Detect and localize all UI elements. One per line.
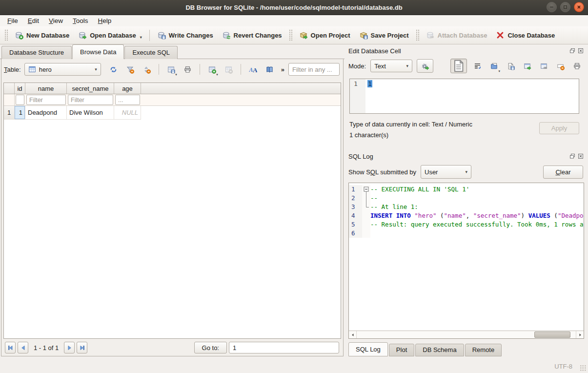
set-null-button[interactable]	[554, 60, 567, 72]
revert-changes-button[interactable]: Revert Changes	[218, 29, 286, 41]
export-file-button[interactable]	[504, 60, 517, 72]
close-database-button[interactable]: Close Database	[491, 29, 559, 41]
menu-file[interactable]: File	[2, 16, 23, 26]
clear-filters-button[interactable]	[123, 63, 137, 76]
tab-db-schema[interactable]: DB Schema	[415, 344, 464, 356]
open-project-label: Open Project	[311, 32, 350, 39]
refresh-button[interactable]	[107, 63, 120, 76]
grid-corner[interactable]	[4, 83, 15, 94]
horizontal-scrollbar[interactable]	[349, 331, 584, 338]
save-project-button[interactable]: Save Project	[355, 29, 413, 41]
scroll-right-button[interactable]	[576, 331, 584, 338]
delete-record-button[interactable]	[222, 63, 235, 76]
scrollbar-thumb[interactable]	[534, 332, 570, 338]
db-new-icon	[15, 31, 23, 40]
last-page-button[interactable]	[77, 342, 87, 353]
attach-database-button[interactable]: Attach Database	[422, 29, 492, 41]
import-file-button[interactable]: ▾	[487, 60, 500, 72]
close-dock-button[interactable]	[577, 47, 584, 54]
dock-area: Edit Database Cell Mode: Text ▾ ▾ 1 1 Ty…	[345, 44, 588, 359]
toolbar-overflow-button[interactable]: »	[281, 66, 284, 73]
cell-id[interactable]: 1	[15, 106, 25, 120]
menu-tools[interactable]: Tools	[68, 16, 93, 26]
fold-marker[interactable]	[362, 185, 370, 194]
tab-database-structure[interactable]: Database Structure	[1, 46, 72, 59]
filter-any-placeholder: Filter in any ...	[292, 66, 332, 73]
cell-editor[interactable]: 1 1	[349, 79, 579, 114]
maximize-button[interactable]	[560, 2, 570, 12]
edit-cell-dock-header: Edit Database Cell	[348, 45, 584, 56]
dropdown-arrow-icon: ▾	[498, 69, 500, 73]
open-project-button[interactable]: Open Project	[295, 29, 355, 41]
toolbar-grip[interactable]	[416, 29, 419, 41]
write-changes-button[interactable]: Write Changes	[153, 29, 218, 41]
mode-select[interactable]: Text ▾	[370, 60, 412, 72]
text-mode-button[interactable]	[450, 59, 467, 73]
goto-button[interactable]: Go to:	[194, 342, 227, 353]
auto-apply-button[interactable]	[417, 59, 433, 73]
menu-help[interactable]: Help	[93, 16, 117, 26]
column-header-age[interactable]: age	[114, 83, 141, 94]
close-dock-button[interactable]	[577, 153, 584, 160]
clear-log-button[interactable]: Clear	[543, 166, 583, 179]
menu-edit[interactable]: Edit	[23, 16, 44, 26]
cell-secret_name[interactable]: Dive Wilson	[67, 106, 114, 120]
lookup-button[interactable]	[263, 63, 276, 76]
cell-name[interactable]: Deadpond	[25, 106, 67, 120]
column-header-secret_name[interactable]: secret_name	[67, 83, 114, 94]
first-page-button[interactable]	[5, 342, 16, 353]
tab-remote[interactable]: Remote	[465, 344, 502, 356]
float-dock-button[interactable]	[569, 153, 576, 160]
filter-input-name[interactable]: Filter	[26, 95, 66, 105]
line-number: 5	[349, 220, 362, 229]
resize-grip[interactable]	[580, 365, 587, 372]
toolbar-grip[interactable]	[4, 29, 8, 41]
tab-execute-sql[interactable]: Execute SQL	[124, 46, 178, 59]
insert-record-button[interactable]: ▾	[205, 63, 219, 76]
toolbar-grip[interactable]	[289, 29, 292, 41]
row-number[interactable]: 1	[4, 106, 15, 120]
filter-filler	[141, 94, 341, 106]
scroll-left-button[interactable]	[349, 331, 357, 338]
open-database-button[interactable]: Open Database▾	[74, 29, 146, 41]
column-header-id[interactable]: id	[15, 83, 25, 94]
print-cell-button[interactable]	[570, 60, 583, 72]
next-page-button[interactable]	[64, 342, 75, 353]
save-table-button[interactable]: ▾	[164, 63, 178, 76]
link-button[interactable]	[537, 60, 550, 72]
sql-token: (	[550, 212, 558, 219]
scrollbar-track[interactable]	[357, 331, 576, 338]
sql-log-editor[interactable]: 1-- EXECUTING ALL IN 'SQL 1'2--3-- At li…	[348, 183, 584, 339]
edit-cell-title: Edit Database Cell	[348, 47, 401, 55]
clear-sorting-button[interactable]	[140, 63, 153, 76]
new-database-button[interactable]: New Database	[10, 29, 74, 41]
open-external-button[interactable]	[521, 60, 533, 72]
close-button[interactable]	[574, 2, 584, 12]
minimize-button[interactable]	[547, 2, 557, 12]
word-wrap-button[interactable]	[471, 60, 484, 72]
goto-input[interactable]: 1	[229, 342, 339, 353]
table-select[interactable]: hero ▾	[24, 63, 101, 76]
toolbar-separator	[241, 64, 241, 75]
filter-input-id[interactable]	[16, 95, 24, 105]
titlebar[interactable]: DB Browser for SQLite - /home/user/code/…	[0, 0, 588, 15]
print-button[interactable]	[181, 63, 194, 76]
log-code: -- At line 1:	[370, 203, 584, 211]
filter-input-age[interactable]: ...	[115, 95, 140, 105]
tab-browse-data[interactable]: Browse Data	[72, 44, 124, 59]
tab-plot[interactable]: Plot	[389, 344, 414, 356]
filter-input-secret_name[interactable]: Filter	[68, 95, 113, 105]
filter-any-column-input[interactable]: Filter in any ...	[288, 63, 340, 76]
proj-open-icon	[299, 31, 308, 40]
menu-view[interactable]: View	[44, 16, 68, 26]
previous-page-button[interactable]	[18, 342, 28, 353]
font-format-button[interactable]: AA	[246, 63, 260, 76]
win-link-icon	[540, 62, 548, 70]
cell-age[interactable]: NULL	[114, 106, 141, 120]
float-dock-button[interactable]	[569, 47, 576, 54]
apply-button[interactable]: Apply	[539, 122, 579, 134]
sql-token: -- EXECUTING ALL IN 'SQL 1'	[370, 186, 469, 193]
sql-source-select[interactable]: User ▾	[421, 165, 471, 179]
tab-sql-log[interactable]: SQL Log	[348, 342, 388, 356]
column-header-name[interactable]: name	[25, 83, 67, 94]
